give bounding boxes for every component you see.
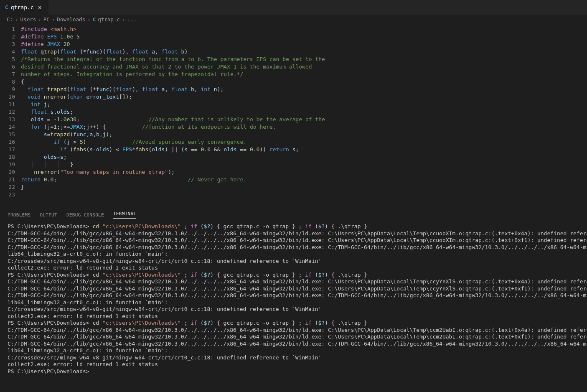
tab-qtrap[interactable]: C qtrap.c ×	[0, 0, 49, 15]
breadcrumb-trail[interactable]: ...	[127, 16, 137, 23]
code-area[interactable]: #include <math.h>#define EPS 1.0e-5#defi…	[21, 24, 325, 199]
breadcrumb-part[interactable]: Downloads	[57, 16, 85, 23]
line-gutter: 1234567891011121314151617181920212223	[0, 24, 21, 199]
panel-tab-terminal[interactable]: TERMINAL	[113, 211, 136, 219]
panel-tabs: PROBLEMSOUTPUTDEBUG CONSOLETERMINAL	[0, 207, 587, 220]
panel-tab-debug-console[interactable]: DEBUG CONSOLE	[66, 212, 104, 218]
breadcrumb-part[interactable]: PC	[43, 16, 50, 23]
panel-tab-output[interactable]: OUTPUT	[40, 212, 57, 218]
tab-title: qtrap.c	[11, 4, 34, 10]
close-icon[interactable]: ×	[36, 4, 43, 11]
tab-bar: C qtrap.c ×	[0, 0, 587, 15]
panel-tab-problems[interactable]: PROBLEMS	[8, 212, 30, 218]
breadcrumb-part[interactable]: Users	[20, 16, 36, 23]
breadcrumb-part[interactable]: C:	[7, 16, 13, 23]
breadcrumb[interactable]: C:› Users› PC› Downloads› C qtrap.c› ...	[0, 15, 587, 24]
breadcrumb-file[interactable]: qtrap.c	[98, 16, 120, 23]
bottom-panel: PROBLEMSOUTPUTDEBUG CONSOLETERMINAL PS C…	[0, 207, 587, 378]
c-file-icon: C	[93, 16, 96, 23]
terminal[interactable]: PS C:\Users\PC\Downloads> cd "c:\Users\P…	[0, 220, 587, 378]
c-file-icon: C	[5, 4, 8, 10]
code-editor[interactable]: 1234567891011121314151617181920212223 #i…	[0, 24, 587, 199]
